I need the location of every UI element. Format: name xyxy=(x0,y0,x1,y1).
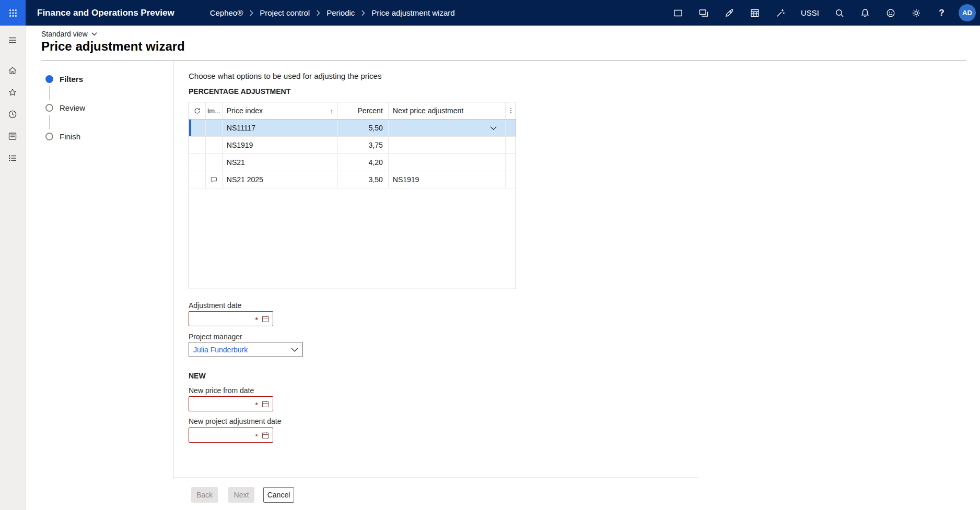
page-content: Standard view Price adjustment wizard Fi… xyxy=(26,26,980,510)
next-price-adjustment-cell[interactable] xyxy=(389,137,506,153)
back-button[interactable]: Back xyxy=(191,487,218,503)
sort-ascending-icon: ↑ xyxy=(330,107,334,115)
selected-row-indicator xyxy=(189,120,191,136)
hamburger-menu-icon[interactable] xyxy=(2,30,23,51)
app-launcher-waffle-icon[interactable] xyxy=(0,0,26,26)
chevron-down-icon xyxy=(91,32,97,36)
new-price-from-date-input[interactable] xyxy=(193,400,254,408)
settings-gear-icon[interactable] xyxy=(903,0,929,26)
project-manager-field[interactable] xyxy=(189,342,303,357)
calendar-icon[interactable] xyxy=(261,400,270,408)
cancel-button[interactable]: Cancel xyxy=(263,487,294,503)
price-index-cell[interactable]: NS21 2025 xyxy=(223,171,338,188)
chevron-down-icon[interactable] xyxy=(290,347,299,352)
chevron-right-icon xyxy=(360,10,366,16)
next-price-adjustment-cell[interactable]: NS1919 xyxy=(389,171,506,188)
help-icon[interactable]: ? xyxy=(929,0,954,26)
row-select-cell[interactable] xyxy=(189,137,206,153)
wizard-step-filters[interactable]: Filters xyxy=(45,75,83,84)
table-icon[interactable] xyxy=(742,0,768,26)
column-header-percent[interactable]: Percent xyxy=(338,102,389,119)
row-options-cell xyxy=(506,154,516,171)
project-manager-label: Project manager xyxy=(189,333,242,341)
adjustment-date-label: Adjustment date xyxy=(189,301,241,310)
required-asterisk: * xyxy=(255,432,258,441)
notifications-bell-icon[interactable] xyxy=(852,0,878,26)
percentage-adjustment-grid: Im... Price index ↑ Percent Next price a… xyxy=(189,102,516,289)
search-icon[interactable] xyxy=(826,0,852,26)
home-icon[interactable] xyxy=(2,60,23,81)
next-button[interactable]: Next xyxy=(228,487,254,503)
window-icon[interactable] xyxy=(666,0,691,26)
step-label: Filters xyxy=(60,75,83,84)
refresh-icon[interactable] xyxy=(189,102,206,119)
row-options-cell xyxy=(506,120,516,136)
step-label: Review xyxy=(60,103,85,112)
breadcrumb-item-company[interactable]: Cepheo® xyxy=(210,8,243,17)
screens-icon[interactable] xyxy=(691,0,717,26)
percent-cell[interactable]: 5,50 xyxy=(338,120,389,136)
row-options-cell xyxy=(506,137,516,153)
percent-cell[interactable]: 3,50 xyxy=(338,171,389,188)
left-nav-rail xyxy=(0,26,26,510)
chevron-right-icon xyxy=(249,10,254,16)
row-image-cell xyxy=(206,154,223,171)
calendar-icon[interactable] xyxy=(261,431,270,440)
recent-clock-icon[interactable] xyxy=(2,104,23,125)
note-comment-icon[interactable] xyxy=(206,171,223,188)
new-project-adjustment-date-field[interactable]: * xyxy=(189,428,273,443)
page-title: Price adjustment wizard xyxy=(41,39,185,54)
new-project-adjustment-date-input[interactable] xyxy=(193,431,254,440)
column-header-price-index[interactable]: Price index ↑ xyxy=(223,102,338,119)
next-price-adjustment-cell[interactable] xyxy=(389,154,506,171)
percent-cell[interactable]: 4,20 xyxy=(338,154,389,171)
grid-row[interactable]: NS1919 3,75 xyxy=(189,137,516,154)
view-selector[interactable]: Standard view xyxy=(41,30,97,38)
step-connector xyxy=(49,115,50,129)
row-image-cell xyxy=(206,137,223,153)
adjustment-date-field[interactable]: * xyxy=(189,311,273,326)
wizard-step-finish[interactable]: Finish xyxy=(45,132,80,141)
title-divider xyxy=(41,60,966,61)
grid-row[interactable]: NS21 2025 3,50 NS1919 xyxy=(189,171,516,188)
favorites-star-icon[interactable] xyxy=(2,82,23,103)
breadcrumb-item-page[interactable]: Price adjustment wizard xyxy=(371,8,454,17)
adjustment-date-input[interactable] xyxy=(193,315,254,323)
modules-list-icon[interactable] xyxy=(2,148,23,169)
magic-wand-icon[interactable] xyxy=(768,0,794,26)
price-index-cell[interactable]: NS21 xyxy=(223,154,338,171)
rocket-icon[interactable] xyxy=(717,0,742,26)
footer-divider xyxy=(173,478,698,478)
wizard-step-review[interactable]: Review xyxy=(45,103,85,112)
column-header-image[interactable]: Im... xyxy=(206,102,223,119)
breadcrumb: Cepheo® Project control Periodic Price a… xyxy=(210,8,455,17)
breadcrumb-item-area[interactable]: Periodic xyxy=(326,8,355,17)
topbar-actions: USSI ? AD xyxy=(666,0,980,26)
step-dot xyxy=(45,133,53,140)
new-project-adjustment-date-label: New project adjustment date xyxy=(189,417,281,425)
price-index-cell[interactable]: NS11117 xyxy=(223,120,338,136)
project-manager-input[interactable] xyxy=(193,346,290,354)
grid-row[interactable]: NS11117 5,50 xyxy=(189,120,516,137)
avatar: AD xyxy=(959,4,976,21)
column-header-next-price-adjustment[interactable]: Next price adjustment xyxy=(389,102,506,119)
top-navigation-bar: Finance and Operations Preview Cepheo® P… xyxy=(0,0,980,26)
price-index-cell[interactable]: NS1919 xyxy=(223,137,338,153)
workspaces-icon[interactable] xyxy=(2,126,23,147)
grid-options-dots-icon[interactable] xyxy=(506,102,516,119)
row-select-cell[interactable] xyxy=(189,154,206,171)
column-header-label: Price index xyxy=(227,106,263,115)
step-connector xyxy=(49,86,50,100)
new-price-from-date-field[interactable]: * xyxy=(189,396,273,411)
required-asterisk: * xyxy=(255,400,258,409)
row-select-cell[interactable] xyxy=(189,171,206,188)
chevron-down-icon[interactable] xyxy=(490,126,497,131)
percent-cell[interactable]: 3,75 xyxy=(338,137,389,153)
feedback-smiley-icon[interactable] xyxy=(878,0,903,26)
grid-row[interactable]: NS21 4,20 xyxy=(189,154,516,171)
next-price-adjustment-cell[interactable] xyxy=(389,120,506,136)
account-avatar[interactable]: AD xyxy=(954,0,980,26)
calendar-icon[interactable] xyxy=(261,315,270,323)
row-select-cell[interactable] xyxy=(189,120,206,136)
breadcrumb-item-module[interactable]: Project control xyxy=(260,8,310,17)
